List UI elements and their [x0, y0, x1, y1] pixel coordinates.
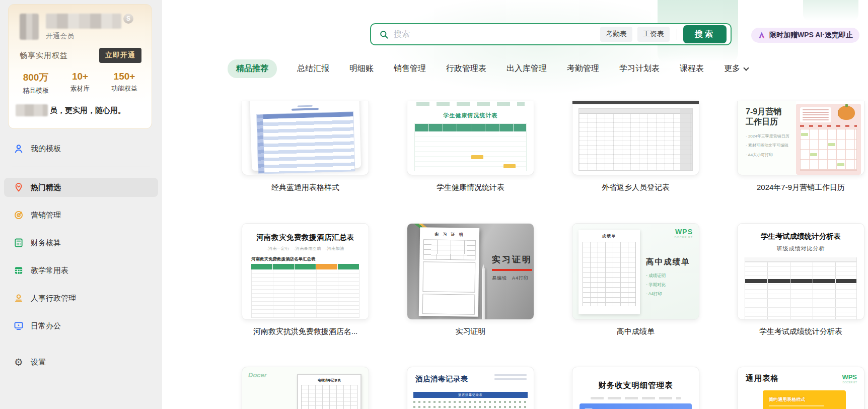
tab-study-plan[interactable]: 学习计划表	[619, 63, 660, 74]
sidebar-item-finance[interactable]: 财务核算	[4, 233, 158, 252]
template-thumbnail: 学生健康情况统计表	[407, 101, 534, 175]
template-thumbnail: 财务收支明细管理表	[572, 367, 699, 409]
sidebar-item-marketing[interactable]: 营销管理	[4, 206, 158, 225]
sidebar-item-label: 营销管理	[31, 211, 61, 220]
sidebar-item-label: 设置	[31, 358, 46, 367]
activate-membership-button[interactable]: 立即开通	[99, 48, 141, 63]
sidebar-item-label: 财务核算	[31, 238, 61, 248]
template-thumbnail: 7-9月营销 工作日历 · 2024年三季度营销日历 · 素材可移动文字可编辑 …	[737, 101, 864, 175]
sidebar-divider	[12, 167, 150, 167]
thumb-heading: 实习证明	[492, 254, 532, 265]
doc-title: 成绩单	[583, 234, 636, 239]
target-icon	[13, 210, 24, 221]
tab-featured[interactable]: 精品推荐	[228, 59, 277, 78]
table-icon	[13, 265, 24, 276]
username-blurred	[46, 14, 121, 29]
stamp-person-icon	[13, 293, 24, 304]
stat-label: 精品模板	[14, 86, 58, 95]
quick-tag-attendance[interactable]: 考勤表	[600, 27, 632, 42]
tab-timetable[interactable]: 课程表	[680, 63, 704, 74]
template-title: 高中成绩单	[562, 327, 709, 336]
tab-more[interactable]: 更多	[724, 63, 748, 74]
thumb-subtitle: 班级成绩对比分析	[738, 245, 864, 252]
thumb-note-lines	[494, 374, 527, 384]
search-input[interactable]	[394, 30, 595, 39]
wps-ai-banner-text: 限时加赠WPS AI·送完即止	[769, 31, 853, 40]
thumb-table-title: 河南救灾免费救援酒店名单汇总表	[251, 256, 359, 262]
sidebar-item-hot-picks[interactable]: 热门精选	[4, 178, 158, 197]
template-title: 学生健康情况统计表	[397, 183, 544, 192]
sidebar-item-label: 教学常用表	[31, 266, 68, 276]
sidebar-item-label: 日常办公	[31, 321, 61, 331]
sidebar-item-hr-admin[interactable]: 人事行政管理	[4, 289, 158, 308]
template-title: 实习证明	[397, 327, 544, 336]
sidebar-item-teaching[interactable]: 教学常用表	[4, 261, 158, 280]
benefit-text: 畅享实用权益	[20, 51, 68, 60]
main-content: 考勤表 工资表 搜索 限时加赠WPS AI·送完即止 精品推荐 总结汇报 明细账…	[162, 0, 868, 409]
pumpkin-illustration	[838, 106, 855, 120]
sidebar-item-daily-office[interactable]: 日常办公	[4, 316, 158, 335]
template-thumbnail: Docer 电梯消毒记录表 电梯消毒记录表	[242, 367, 369, 409]
tab-summary-report[interactable]: 总结汇报	[297, 63, 329, 74]
search-icon	[379, 30, 389, 39]
membership-stats: 800万 精品模板 10+ 素材库 150+ 功能权益	[9, 63, 152, 95]
sidebar-item-label: 人事行政管理	[31, 294, 76, 303]
search-button[interactable]: 搜索	[683, 25, 727, 43]
template-thumbnail: 河南救灾免费救援酒店汇总表 -河南一定行 -河南暴雨互助 -河南加油 河南救灾免…	[242, 223, 369, 320]
stat-label: 功能权益	[102, 84, 147, 93]
thumb-heading: 学生健康情况统计表	[407, 112, 534, 119]
stat-value: 10+	[58, 71, 102, 82]
doc-title: 电梯消毒记录表	[301, 378, 357, 383]
thumb-heading: 酒店消毒记录表	[415, 374, 468, 384]
sidebar-item-settings[interactable]: ⚙ 设置	[4, 353, 158, 372]
tab-attendance[interactable]: 考勤管理	[567, 63, 599, 74]
tab-admin-management[interactable]: 行政管理表	[446, 63, 486, 74]
stat-value: 150+	[102, 71, 147, 82]
category-tabs: 精品推荐 总结汇报 明细账 销售管理 行政管理表 出入库管理 考勤管理 学习计划…	[228, 59, 832, 78]
tab-sales-management[interactable]: 销售管理	[394, 63, 426, 74]
hot-badge-icon	[13, 182, 24, 193]
stat-value: 800万	[14, 71, 58, 84]
thumb-feature-line	[591, 397, 681, 399]
wps-docer-logo: WPS DOCER ET	[842, 373, 857, 384]
thumb-heading: 通用表格	[746, 373, 779, 384]
vip-badge-icon: S	[123, 14, 133, 24]
thumb-heading: 7-9月营销 工作日历	[746, 107, 791, 127]
thumb-panel-title: 简约通用表格样式	[769, 396, 840, 403]
thumb-heading: 学生考试成绩统计分析表	[738, 232, 864, 241]
monitor-icon	[13, 320, 24, 331]
tagline-blurred	[16, 104, 48, 116]
decorative-blob	[803, 0, 858, 21]
wps-template-gallery: S 开通会员 畅享实用权益 立即开通 800万 精品模板 10+ 素材库 150…	[0, 0, 868, 409]
thumb-heading: 河南救灾免费救援酒店汇总表	[242, 233, 369, 242]
template-title: 学生考试成绩统计分析表	[727, 327, 868, 336]
sidebar: S 开通会员 畅享实用权益 立即开通 800万 精品模板 10+ 素材库 150…	[0, 0, 162, 409]
doc-title: 实 习 证 明	[423, 231, 476, 237]
thumb-blue-banner	[580, 403, 692, 409]
sidebar-item-label: 我的模板	[31, 144, 61, 154]
template-thumbnail	[572, 101, 699, 175]
template-title: 河南救灾抗洪免费救援酒店名...	[232, 327, 379, 336]
pen-illustration	[482, 268, 485, 320]
template-thumbnail: 成绩单 WPS DOCER ET 高中成绩单 - 成绩证明 - 学期对比 - A…	[572, 223, 699, 320]
sidebar-item-my-templates[interactable]: 我的模板	[4, 139, 158, 158]
template-thumbnail: 酒店消毒记录表 酒店消毒记录表	[407, 367, 534, 409]
template-thumbnail: 通用表格 WPS DOCER ET 简约通用表格样式	[737, 367, 864, 409]
thumb-heading: 财务收支明细管理表	[572, 380, 699, 391]
avatar[interactable]	[20, 14, 39, 40]
wps-ai-icon	[758, 31, 766, 39]
wps-ai-banner[interactable]: 限时加赠WPS AI·送完即止	[751, 28, 859, 43]
template-thumbnail	[242, 101, 369, 175]
template-title: 经典蓝通用表格样式	[232, 183, 379, 192]
template-thumbnail: 学生考试成绩统计分析表 班级成绩对比分析	[737, 223, 864, 320]
tab-detail-ledger[interactable]: 明细账	[349, 63, 374, 74]
thumb-subtitle: 易编辑 A4打印	[492, 275, 532, 282]
sidebar-item-label: 热门精选	[31, 183, 61, 192]
divider	[677, 29, 677, 40]
template-title: 2024年7-9月营销工作日历	[727, 183, 868, 192]
tab-inventory[interactable]: 出入库管理	[507, 63, 547, 74]
thumb-band-title: 酒店消毒记录表	[458, 393, 483, 397]
thumb-bullets: - 成绩证明 - 学期对比 - A4打印	[646, 271, 690, 299]
gear-icon: ⚙	[13, 357, 24, 368]
quick-tag-payroll[interactable]: 工资表	[637, 27, 670, 42]
